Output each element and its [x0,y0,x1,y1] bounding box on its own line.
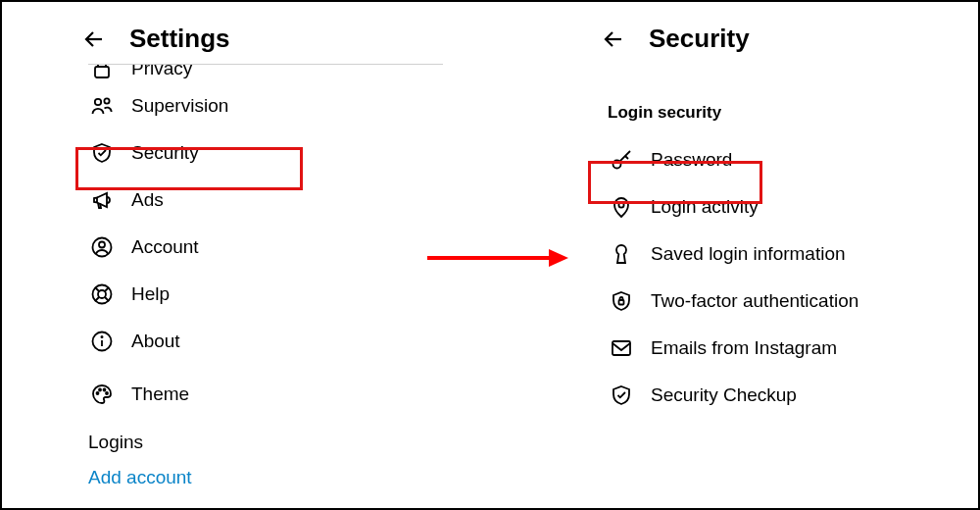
settings-item-account[interactable]: Account [71,224,443,271]
security-item-security-checkup[interactable]: Security Checkup [590,372,943,419]
security-item-label: Saved login information [651,243,846,265]
settings-item-security[interactable]: Security [71,129,443,177]
key-icon [608,146,635,174]
palette-icon [88,381,116,408]
svg-rect-16 [619,300,624,305]
back-arrow-icon[interactable] [600,26,627,53]
settings-header: Settings [71,2,443,64]
settings-item-theme[interactable]: Theme [71,371,443,418]
security-item-two-factor[interactable]: Two-factor authentication [590,278,943,325]
shield-check-icon [88,139,116,167]
settings-item-ads[interactable]: Ads [71,177,443,224]
location-pin-icon [608,193,635,221]
keyhole-icon [608,240,635,268]
svg-point-9 [101,336,102,337]
settings-item-about[interactable]: About [71,318,443,365]
svg-point-1 [95,99,101,105]
login-security-section-label: Login security [590,64,943,136]
settings-item-label: Help [131,283,170,305]
shield-lock-icon [608,287,635,315]
settings-item-supervision[interactable]: Supervision [71,82,443,129]
svg-point-14 [613,161,621,169]
svg-point-12 [104,389,106,391]
settings-item-label: Ads [131,189,164,211]
people-icon [88,92,116,120]
settings-item-label: Account [131,236,199,258]
settings-item-label: Security [131,142,199,164]
svg-point-2 [104,98,109,103]
shield-check-icon [608,382,635,409]
svg-point-6 [98,290,106,298]
security-item-login-activity[interactable]: Login activity [590,183,943,230]
add-account-link[interactable]: Add account [71,455,443,492]
settings-item-help[interactable]: Help [71,271,443,318]
security-menu-list: Password Login activity Saved login info… [590,136,943,419]
svg-rect-0 [95,67,109,77]
settings-item-label: Privacy [131,65,192,79]
security-item-label: Password [651,149,732,171]
security-item-emails[interactable]: Emails from Instagram [590,325,943,372]
security-item-label: Two-factor authentication [651,290,858,312]
svg-point-15 [618,202,623,207]
settings-menu-list: Supervision Security Ads Account [71,82,443,492]
lifebuoy-icon [88,280,116,308]
tutorial-frame: Settings Privacy Supervision [0,0,980,510]
svg-point-4 [99,242,105,248]
security-item-password[interactable]: Password [590,136,943,183]
svg-point-13 [106,392,108,394]
security-item-label: Emails from Instagram [651,337,837,359]
svg-point-10 [97,392,99,394]
info-icon [88,328,116,355]
account-circle-icon [88,233,116,261]
security-title: Security [649,24,750,54]
security-header: Security [590,2,943,64]
lock-icon [88,65,116,82]
mail-icon [608,334,635,362]
svg-point-11 [99,389,101,391]
back-arrow-icon[interactable] [80,26,108,53]
security-screen: Security Login security Password Login a… [590,2,943,419]
security-item-label: Login activity [651,196,759,218]
settings-item-label: Theme [131,383,189,405]
svg-rect-17 [612,341,630,355]
svg-marker-19 [549,249,568,267]
security-item-label: Security Checkup [651,384,797,406]
flow-arrow-icon [423,243,570,273]
settings-item-privacy-cutoff[interactable]: Privacy [88,65,443,82]
settings-item-label: About [131,331,180,352]
settings-title: Settings [129,24,230,54]
logins-heading: Logins [71,418,443,455]
settings-item-label: Supervision [131,95,228,117]
megaphone-icon [88,186,116,214]
settings-screen: Settings Privacy Supervision [71,2,443,492]
security-item-saved-login-info[interactable]: Saved login information [590,230,943,278]
